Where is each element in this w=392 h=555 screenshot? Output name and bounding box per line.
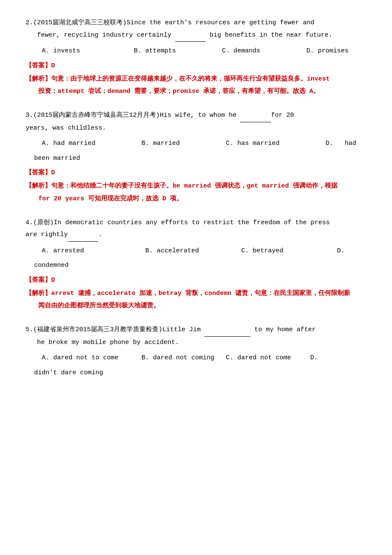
answer-q4: 【答案】D: [26, 275, 366, 286]
analysis-q3: 【解析】句意：和他结婚二十年的妻子没有生孩子。be married 强调状态，g…: [26, 180, 366, 192]
answer-q3: 【答案】D: [26, 167, 366, 179]
question-4-text: 4.(原创)In democratic countries any effort…: [26, 217, 366, 242]
blank-q3: [240, 110, 271, 122]
options-q3-line2: been married: [34, 153, 366, 165]
question-5: 5.(福建省泉州市2015届高三3月教学质量检查)Little Jim to m…: [26, 324, 366, 379]
options-q2: A. invests B. attempts C. demands D. pro…: [34, 45, 366, 58]
options-q5-line2: didn't dare coming: [34, 367, 366, 379]
analysis-q4-line1: 【解析】arrest 逮捕，accelerate 加速，betray 背叛，co…: [26, 288, 366, 300]
answer-block-q4: 【答案】D 【解析】arrest 逮捕，accelerate 加速，betray…: [26, 275, 366, 312]
options-q4-line2: condemned: [34, 260, 366, 272]
options-q5-line1: A. dared not to come B. dared not coming…: [34, 352, 366, 364]
blank-q5: [205, 324, 251, 337]
question-5-text: 5.(福建省泉州市2015届高三3月教学质量检查)Little Jim to m…: [26, 324, 366, 349]
question-3: 3.(2015届内蒙古赤峰市宁城县高三12月月考)His wife, to wh…: [26, 110, 366, 205]
options-q4-line1: A. arrested B. accelerated C. betrayed D…: [34, 245, 366, 257]
analysis-q2: 【解析】句意：由于地球上的资源正在变得越来越少，在不久的将来，循环再生行业有望获…: [26, 73, 366, 85]
question-4: 4.(原创)In democratic countries any effort…: [26, 217, 366, 312]
answer-block-q3: 【答案】D 【解析】句意：和他结婚二十年的妻子没有生孩子。be married …: [26, 167, 366, 205]
question-3-text: 3.(2015届内蒙古赤峰市宁城县高三12月月考)His wife, to wh…: [26, 110, 366, 134]
blank-q4: [68, 229, 98, 242]
question-2-text: 2.(2015届湖北咸宁高三三校联考)Since the earth's res…: [26, 17, 366, 42]
analysis-q2-line2: 投资；attempt 尝试；demand 需要，要求；promise 承诺，答应…: [26, 86, 366, 98]
question-2: 2.(2015届湖北咸宁高三三校联考)Since the earth's res…: [26, 17, 366, 98]
analysis-q3-line2: for 20 years 可知用现在完成时，故选 D 项。: [26, 193, 366, 205]
analysis-q4-line2: 闻自由的企图都理所当然受到极大地谴责。: [26, 300, 366, 312]
answer-block-q2: 【答案】D 【解析】句意：由于地球上的资源正在变得越来越少，在不久的将来，循环再…: [26, 60, 366, 98]
options-q3-line1: A. had married B. married C. has married…: [34, 138, 366, 150]
answer-q2: 【答案】D: [26, 60, 366, 72]
blank-q2: [175, 29, 206, 42]
